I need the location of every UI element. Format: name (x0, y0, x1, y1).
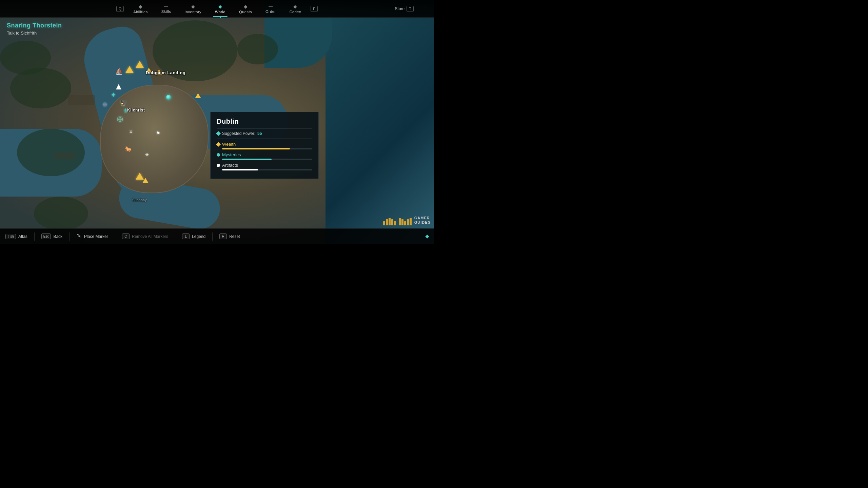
forest-south (34, 197, 88, 230)
inventory-icon: ◆ (191, 4, 195, 9)
terrain-2 (54, 152, 75, 159)
gg-bars (383, 215, 412, 225)
nav-key-right[interactable]: E (311, 6, 318, 12)
abilities-label: Abilities (133, 10, 147, 14)
divider-2 (69, 232, 70, 241)
quest-marker-1[interactable]: ✦ (111, 91, 116, 99)
horse-icon[interactable]: 🐎 (125, 146, 132, 153)
nav-key-left[interactable]: Q (116, 6, 124, 12)
quest-title: Snaring Thorstein (7, 22, 62, 29)
store-label: Store (395, 6, 405, 11)
inventory-label: Inventory (184, 10, 201, 14)
artifacts-header: Artifacts (217, 163, 312, 168)
remove-markers-label: Remove All Markers (132, 234, 168, 239)
location-dubgaim: Dubgaim Landing (146, 70, 185, 75)
mouse-icon: 🖱 (76, 233, 82, 240)
location-south: Sunnbay (132, 198, 147, 202)
legend-label: Legend (192, 234, 205, 239)
water-east (326, 0, 434, 244)
place-marker-button[interactable]: 🖱 Place Marker (76, 233, 108, 240)
place-marker-label: Place Marker (84, 234, 108, 239)
reset-label: Reset (229, 234, 240, 239)
region-name: Dublin (217, 118, 312, 125)
artifacts-bar-bg (222, 169, 312, 170)
order-label: Order (265, 9, 276, 14)
gg-text-line1: GAMER (414, 216, 431, 220)
nav-item-inventory[interactable]: ◆ Inventory (178, 2, 208, 15)
gg-bar-1 (383, 221, 385, 225)
forest-west (0, 41, 51, 75)
eagle-icon[interactable]: 🦅 (120, 100, 127, 106)
wealth-icon (216, 142, 221, 146)
mysteries-icon (217, 153, 220, 157)
store-key: T (407, 6, 414, 12)
mysteries-header: Mysteries (217, 152, 312, 157)
npc-icon-3[interactable]: 👁 (145, 152, 149, 157)
nav-items-container: Q ◆ Abilities — Skills ◆ Inventory ◆ Wor… (114, 2, 321, 15)
wealth-marker-ne[interactable] (195, 93, 201, 98)
atlas-label: Atlas (18, 234, 27, 239)
gg-bar-3 (389, 218, 391, 225)
panel-divider-2 (217, 139, 312, 139)
quests-label: Quests (239, 10, 252, 14)
world-label: World (215, 10, 225, 14)
rune-icon[interactable]: ✠ (117, 115, 123, 124)
player-cursor (116, 84, 121, 89)
ship-icon-1[interactable]: ⛵ (115, 68, 123, 75)
atlas-button[interactable]: ⇧Sft Atlas (5, 234, 27, 239)
npc-icon-2[interactable]: ⚑ (156, 130, 160, 136)
skills-label: Skills (161, 9, 171, 14)
wealth-stat-row: Wealth (217, 142, 312, 149)
artifacts-stat-row: Artifacts (217, 163, 312, 170)
gamer-guides-logo: GAMER GUIDES (383, 215, 431, 225)
abilities-icon: ◆ (139, 4, 142, 9)
region-info-panel: Dublin Suggested Power: 55 Wealth Myster… (210, 112, 319, 179)
top-navigation: Q ◆ Abilities — Skills ◆ Inventory ◆ Wor… (0, 0, 434, 18)
wealth-marker-south2[interactable] (142, 178, 149, 183)
mysteries-bar-bg (222, 159, 312, 160)
power-label: Suggested Power: (222, 131, 255, 136)
quest-subtitle: Talk to Sichfrith (7, 30, 62, 36)
npc-icon-1[interactable]: ⚔ (129, 129, 133, 134)
back-button[interactable]: Esc Back (41, 233, 62, 239)
gg-bar-5 (394, 221, 396, 225)
nav-item-skills[interactable]: — Skills (155, 3, 178, 15)
suggested-power-row: Suggested Power: 55 (217, 131, 312, 136)
back-key: Esc (41, 233, 51, 239)
artifacts-label: Artifacts (222, 163, 238, 168)
forest-northeast (237, 34, 278, 64)
nav-item-order[interactable]: — Order (259, 3, 283, 15)
wealth-marker-2[interactable] (136, 61, 144, 68)
forest-southwest (17, 129, 85, 176)
gg-bar-2 (386, 219, 388, 225)
wealth-marker-1[interactable] (125, 66, 134, 73)
codex-icon: ◆ (293, 4, 297, 9)
remove-markers-key: C (122, 233, 130, 239)
power-diamond-icon (216, 131, 221, 136)
nav-item-codex[interactable]: ◆ Codex (283, 2, 308, 15)
nav-item-world[interactable]: ◆ World (208, 2, 232, 15)
artifacts-icon (217, 164, 220, 167)
quest-info-panel: Snaring Thorstein Talk to Sichfrith (7, 22, 62, 36)
gg-bar-4 (391, 219, 393, 225)
wealth-bar-fill (222, 148, 290, 149)
divider-1 (34, 232, 35, 241)
atlas-key: ⇧Sft (5, 234, 16, 239)
dublin-island (100, 85, 209, 193)
mystery-marker-1[interactable] (166, 95, 171, 100)
location-kilchrist: Kilchrist (127, 108, 145, 113)
divider-4 (175, 232, 175, 241)
remove-markers-button[interactable]: C Remove All Markers (122, 233, 168, 239)
legend-key: L (182, 233, 190, 239)
reset-button[interactable]: R Reset (219, 233, 240, 239)
gg-bar-6 (399, 218, 401, 225)
store-button[interactable]: Store T (395, 6, 414, 12)
nav-item-quests[interactable]: ◆ Quests (232, 2, 259, 15)
nav-item-abilities[interactable]: ◆ Abilities (126, 2, 154, 15)
gg-text: GAMER GUIDES (414, 216, 431, 225)
divider-3 (115, 232, 115, 241)
artifacts-bar-fill (222, 169, 258, 170)
wealth-header: Wealth (217, 142, 312, 147)
legend-button[interactable]: L Legend (182, 233, 205, 239)
quest-marker-2[interactable]: ❋ (102, 101, 107, 108)
